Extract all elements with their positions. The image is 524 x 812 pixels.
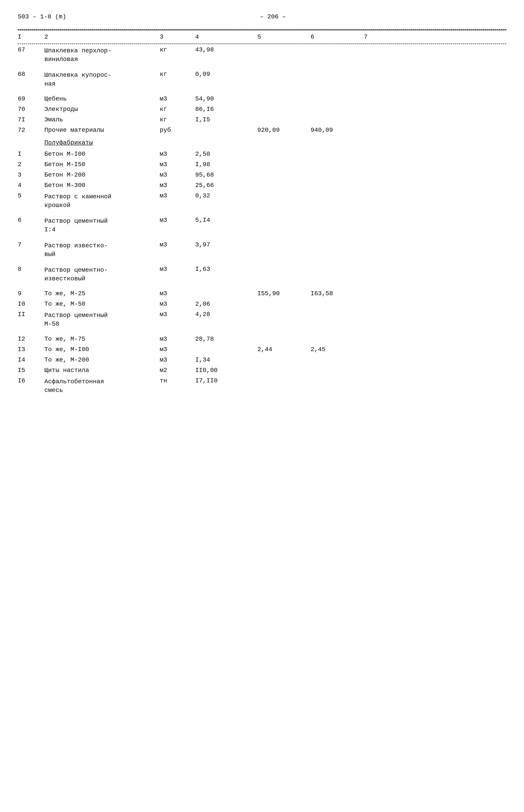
cell-col6: I63,58 [311, 289, 364, 297]
cell-col5 [257, 335, 311, 335]
cell-col2: То же, М-200 [44, 355, 160, 363]
cell-col1: I5 [18, 366, 44, 374]
cell-col1: 7 [18, 241, 44, 248]
cell-col3: м3 [160, 310, 195, 318]
cell-col3: м3 [160, 170, 195, 178]
cell-col7 [364, 300, 391, 300]
cell-col5 [257, 216, 311, 217]
main-table: I 2 3 4 5 6 7 67Шпаклевка перхлор- винил… [18, 29, 506, 399]
table-row: 7Раствор известко- выйм33,97 [18, 239, 506, 260]
cell-col2: То же, М-25 [44, 289, 160, 297]
table-row: 70Электродыкг86,I6 [18, 103, 506, 114]
table-row: I3То же, М-I00м32,442,45 [18, 344, 506, 354]
header-left: 503 – 1-8 (m) [18, 13, 66, 20]
cell-col3: тн [160, 376, 195, 384]
cell-col5 [257, 300, 311, 300]
cell-col2: Асфальтобетонная смесь [44, 376, 160, 395]
cell-col2: Прочие материалы [44, 126, 160, 134]
cell-col4: 86,I6 [195, 105, 257, 113]
cell-col6 [311, 170, 364, 171]
col-header-1: I [18, 33, 44, 40]
cell-col4: 25,66 [195, 181, 257, 189]
cell-col6 [311, 265, 364, 266]
cell-col4: II0,00 [195, 366, 257, 374]
cell-col5: 920,09 [257, 126, 311, 134]
cell-col2: Бетон М-I50 [44, 160, 160, 168]
cell-col5 [257, 241, 311, 241]
cell-col7 [364, 70, 391, 71]
cell-col3: м3 [160, 181, 195, 189]
cell-col3: кг [160, 105, 195, 113]
cell-col2: То же, М-50 [44, 300, 160, 308]
cell-col3: руб [160, 126, 195, 134]
table-row: I0То же, М-50м32,06 [18, 298, 506, 309]
cell-col5 [257, 150, 311, 151]
cell-col3: м3 [160, 335, 195, 343]
table-row: I2То же, М-75м328,78 [18, 333, 506, 344]
cell-col2: Раствор цементно- известковый [44, 265, 160, 283]
cell-col6 [311, 376, 364, 377]
cell-col5 [257, 310, 311, 311]
cell-col1: 2 [18, 160, 44, 168]
cell-col1: I4 [18, 355, 44, 363]
cell-col2: Бетон М-200 [44, 170, 160, 178]
cell-col2: Шпаклевка перхлор- виниловая [44, 46, 160, 64]
cell-col3: м3 [160, 355, 195, 363]
cell-col2: Раствор цементный М-50 [44, 310, 160, 328]
cell-col5 [257, 105, 311, 106]
cell-col7 [364, 366, 391, 367]
cell-col3: м3 [160, 300, 195, 308]
table-row: 6Раствор цементный I:4м35,I4 [18, 214, 506, 235]
cell-col7 [364, 115, 391, 116]
cell-col1: 3 [18, 170, 44, 178]
cell-col1: 68 [18, 70, 44, 78]
cell-col1: II [18, 310, 44, 318]
cell-col2: Электроды [44, 105, 160, 113]
cell-col4: 2,06 [195, 300, 257, 308]
cell-col4: 54,90 [195, 95, 257, 102]
cell-col6: 940,09 [311, 126, 364, 134]
cell-col4: 0,32 [195, 192, 257, 199]
cell-col6 [311, 150, 364, 151]
cell-col1: I0 [18, 300, 44, 308]
cell-col5 [257, 160, 311, 161]
table-row: 9То же, М-25м3I55,90I63,58 [18, 288, 506, 298]
cell-col7 [364, 376, 391, 377]
cell-col6 [311, 105, 364, 106]
cell-col1: 70 [18, 105, 44, 113]
cell-col5 [257, 95, 311, 95]
cell-col6 [311, 310, 364, 311]
table-row: 7IЭмалькгI,I5 [18, 114, 506, 125]
cell-col6 [311, 241, 364, 241]
col-header-2: 2 [44, 33, 160, 40]
cell-col6 [311, 216, 364, 217]
table-row: 72Прочие материалыруб920,09940,09 [18, 125, 506, 135]
table-row: 8Раствор цементно- известковыйм3I,63 [18, 264, 506, 284]
table-row: IIРаствор цементный М-50м34,28 [18, 309, 506, 330]
cell-col7 [364, 192, 391, 192]
cell-col7 [364, 216, 391, 217]
cell-col7 [364, 126, 391, 127]
cell-col6 [311, 95, 364, 95]
cell-col5: 2,44 [257, 345, 311, 353]
cell-col4: I,34 [195, 355, 257, 363]
cell-col3: м3 [160, 192, 195, 199]
cell-col2: Бетон М-300 [44, 181, 160, 189]
cell-col6 [311, 300, 364, 300]
cell-col4: 4,28 [195, 310, 257, 318]
cell-col2: Эмаль [44, 115, 160, 123]
cell-col4: I,63 [195, 265, 257, 272]
column-headers: I 2 3 4 5 6 7 [18, 30, 506, 44]
cell-col4: 43,98 [195, 46, 257, 53]
cell-col3: м3 [160, 265, 195, 272]
cell-col5 [257, 265, 311, 266]
cell-col1: 67 [18, 46, 44, 53]
cell-col5 [257, 181, 311, 182]
cell-col1: 72 [18, 126, 44, 134]
cell-col4: I7,II0 [195, 376, 257, 384]
cell-col2: Раствор с каменной крошкой [44, 192, 160, 210]
cell-col3: кг [160, 115, 195, 123]
cell-col1: 6 [18, 216, 44, 223]
cell-col6 [311, 70, 364, 71]
cell-col4: 28,78 [195, 335, 257, 343]
